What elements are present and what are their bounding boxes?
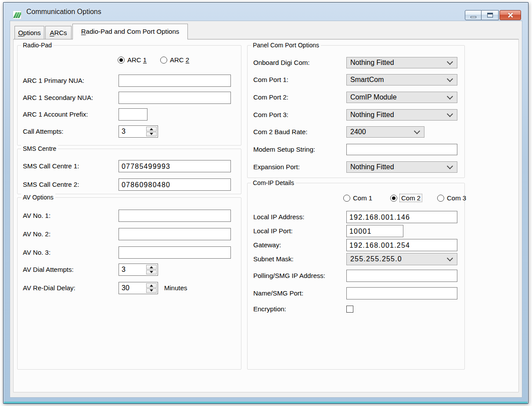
av-no-3-input[interactable] (119, 246, 231, 259)
tab-options[interactable]: Options (14, 26, 44, 39)
modem-setup-string-input[interactable] (346, 144, 457, 155)
expansion-port-select[interactable]: Nothing Fitted (346, 161, 457, 173)
com-port-3-label: Com Port 3: (253, 109, 288, 121)
sms-call-centre-2-input[interactable] (119, 178, 231, 191)
av-no-3-label: AV No. 3: (23, 246, 50, 259)
radio-unselected-icon (343, 195, 350, 202)
arc2-radio[interactable]: ARC 2 (160, 56, 189, 64)
arrow-up-icon (150, 266, 153, 268)
chevron-down-icon (447, 75, 453, 82)
group-title: Radio-Pad (21, 41, 54, 49)
spinner-value: 3 (122, 264, 126, 275)
group-title: SMS Centre (21, 145, 58, 153)
group-radio-pad: Radio-Pad ARC 1 ARC 2 ARC 1 Primary NUA:… (17, 45, 241, 146)
arc1-primary-nua-label: ARC 1 Primary NUA: (23, 75, 84, 87)
gateway-label: Gateway: (253, 239, 281, 251)
tab-arcs[interactable]: ARCs (45, 26, 72, 39)
av-no-1-label: AV No. 1: (23, 210, 50, 222)
arc1-account-prefix-input[interactable] (119, 108, 147, 121)
maximize-button[interactable] (482, 10, 499, 20)
spinner-value: 3 (122, 126, 126, 137)
communication-options-window: Communication Options Options ARCs Radio… (3, 2, 528, 404)
group-title: Com-IP Details (251, 179, 296, 187)
com-port-1-label: Com Port 1: (253, 74, 288, 85)
chevron-down-icon (447, 58, 453, 64)
minimize-icon (471, 16, 476, 18)
close-icon (507, 12, 514, 19)
call-attempts-label: Call Attempts: (23, 125, 64, 138)
gateway-input[interactable] (346, 239, 457, 251)
expansion-port-label: Expansion Port: (253, 161, 300, 173)
av-redial-delay-label: AV Re-Dial Delay: (23, 282, 75, 294)
av-redial-delay-spinner[interactable]: 30 (119, 282, 158, 294)
spinner-up-button[interactable] (146, 127, 157, 132)
com-2-radio[interactable]: Com 2 (390, 194, 422, 202)
group-title: Panel Com Port Options (251, 41, 321, 49)
chevron-down-icon (447, 255, 453, 261)
arrow-down-icon (150, 271, 153, 273)
arrow-up-icon (150, 128, 153, 130)
av-dial-attempts-spinner[interactable]: 3 (119, 264, 158, 276)
spinner-down-button[interactable] (146, 288, 157, 293)
local-ip-port-label: Local IP Port: (253, 225, 293, 237)
com-port-1-select[interactable]: SmartCom (346, 74, 457, 85)
arrow-down-icon (150, 133, 153, 135)
chevron-down-icon (447, 110, 453, 117)
polling-smg-ip-input[interactable] (346, 270, 457, 282)
com-port-3-select[interactable]: Nothing Fitted (346, 109, 457, 121)
encryption-checkbox[interactable] (346, 306, 353, 313)
sms-call-centre-2-label: SMS Call Centre 2: (23, 178, 79, 191)
com-port-2-label: Com Port 2: (253, 92, 288, 103)
subnet-mask-label: Subnet Mask: (253, 253, 294, 265)
radio-selected-icon (390, 195, 397, 202)
subnet-mask-select[interactable]: 255.255.255.0 (346, 253, 457, 265)
spinner-down-button[interactable] (146, 270, 157, 275)
com-1-radio[interactable]: Com 1 (343, 194, 372, 202)
av-no-1-input[interactable] (119, 210, 231, 222)
com-2-baud-rate-select[interactable]: 2400 (346, 126, 424, 138)
local-ip-port-input[interactable] (346, 225, 403, 237)
local-ip-address-label: Local IP Address: (253, 211, 304, 223)
local-ip-address-input[interactable] (346, 211, 457, 223)
polling-smg-ip-label: Polling/SMG IP Address: (253, 270, 325, 282)
call-attempts-spinner[interactable]: 3 (119, 125, 158, 138)
name-smg-port-input[interactable] (346, 287, 457, 299)
arc1-primary-nua-input[interactable] (119, 75, 231, 87)
modem-setup-string-label: Modem Setup String: (253, 144, 315, 155)
titlebar: Communication Options (4, 3, 528, 21)
close-button[interactable] (500, 10, 521, 20)
tab-radio-pad-and-com-port-options[interactable]: Radio-Pad and Com Port Options (72, 24, 188, 39)
group-sms-centre: SMS Centre SMS Call Centre 1: SMS Call C… (17, 149, 241, 194)
spinner-down-button[interactable] (146, 132, 157, 137)
group-av-options: AV Options AV No. 1: AV No. 2: AV No. 3:… (17, 197, 241, 370)
arc1-radio[interactable]: ARC 1 (118, 56, 147, 64)
sms-call-centre-1-input[interactable] (119, 160, 231, 172)
av-no-2-input[interactable] (119, 228, 231, 240)
sms-call-centre-1-label: SMS Call Centre 1: (23, 160, 79, 172)
spinner-up-button[interactable] (146, 283, 157, 288)
com-3-radio[interactable]: Com 3 (437, 194, 466, 202)
onboard-digi-com-label: Onboard Digi Com: (253, 57, 309, 68)
onboard-digi-com-select[interactable]: Nothing Fitted (346, 57, 457, 68)
av-dial-attempts-label: AV Dial Attempts: (23, 264, 74, 276)
com-port-2-select[interactable]: ComIP Module (346, 92, 457, 103)
group-title: AV Options (21, 193, 55, 201)
arc1-account-prefix-label: ARC 1 Account Prefix: (23, 108, 88, 121)
minimize-button[interactable] (465, 10, 482, 20)
arc1-secondary-nua-input[interactable] (119, 92, 231, 104)
chevron-down-icon (447, 163, 453, 169)
tab-page-radio-pad-com-port: Radio-Pad ARC 1 ARC 2 ARC 1 Primary NUA:… (13, 39, 519, 392)
spinner-up-button[interactable] (146, 265, 157, 270)
minutes-label: Minutes (164, 282, 187, 294)
arrow-down-icon (150, 289, 153, 292)
arc1-secondary-nua-label: ARC 1 Secondary NUA: (23, 92, 93, 104)
name-smg-port-label: Name/SMG Port: (253, 287, 303, 299)
maximize-icon (487, 13, 493, 18)
app-logo-icon (13, 11, 22, 19)
chevron-down-icon (414, 128, 420, 134)
encryption-label: Encryption: (253, 303, 286, 315)
com-2-baud-rate-label: Com 2 Baud Rate: (253, 126, 307, 138)
radio-unselected-icon (160, 57, 167, 64)
radio-selected-icon (118, 57, 125, 64)
dialog-client-area: Options ARCs Radio-Pad and Com Port Opti… (10, 21, 522, 398)
